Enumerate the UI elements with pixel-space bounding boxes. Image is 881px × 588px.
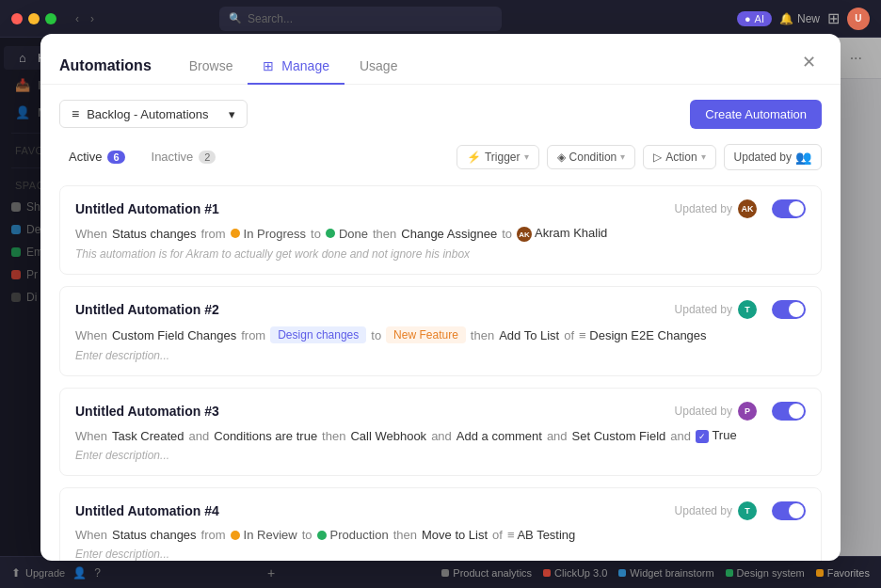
updated-by-icon: 👥 <box>795 150 811 165</box>
to-status-1: Done <box>326 227 368 241</box>
favorites-tag[interactable]: Favorites <box>816 567 870 579</box>
condition-chevron: ▾ <box>620 151 625 162</box>
action2-3: Add a comment <box>457 429 542 443</box>
action-icon: ▷ <box>653 151 662 164</box>
inactive-tab[interactable]: Inactive 2 <box>142 146 226 167</box>
automations-modal: Automations Browse ⊞ Manage Usage ✕ ≡ <box>40 34 841 561</box>
automation-row-1: Untitled Automation #1 Updated by AK Whe… <box>59 185 822 276</box>
upgrade-button[interactable]: ⬆ Upgrade <box>11 566 65 580</box>
list-icon-2: ≡ <box>579 328 589 342</box>
modal-tabs: Browse ⊞ Manage Usage <box>174 49 413 84</box>
automation-1-toggle[interactable] <box>772 199 806 218</box>
active-tab[interactable]: Active 6 <box>59 146 135 167</box>
automation-1-title[interactable]: Untitled Automation #1 <box>75 201 219 216</box>
updated-by-label-3: Updated by <box>675 405 732 418</box>
automation-2-title[interactable]: Untitled Automation #2 <box>75 302 219 317</box>
bottom-left: ⬆ Upgrade 👤 ? <box>11 566 101 580</box>
modal-title: Automations <box>59 57 152 74</box>
modal-overlay: Automations Browse ⊞ Manage Usage ✕ ≡ <box>0 38 881 556</box>
clickup-tag[interactable]: ClickUp 3.0 <box>543 567 607 579</box>
automation-2-desc: Enter description... <box>75 349 806 362</box>
widget-brainstorm-tag[interactable]: Widget brainstorm <box>618 567 713 579</box>
then-3: then <box>322 429 345 443</box>
orange-dot-1 <box>231 229 240 238</box>
checkbox-icon-3: ✓ <box>696 430 709 443</box>
automation-4-desc: Enter description... <box>75 548 806 561</box>
assignee-avatar-1: AK <box>517 227 532 242</box>
updated-by-filter[interactable]: Updated by 👥 <box>724 144 822 170</box>
to-4: to <box>302 528 312 542</box>
grid-icon[interactable]: ⊞ <box>827 9 840 27</box>
automation-2-toggle[interactable] <box>772 300 806 319</box>
of-2: of <box>564 328 574 342</box>
tab-browse[interactable]: Browse <box>174 49 248 85</box>
clickup-label: ClickUp 3.0 <box>554 567 607 579</box>
ai-badge[interactable]: ● AI <box>737 11 772 26</box>
trigger-2: Custom Field Changes <box>112 328 236 342</box>
automation-row-3: Untitled Automation #3 Updated by P When… <box>59 388 822 476</box>
product-analytics-tag[interactable]: Product analytics <box>441 567 532 579</box>
tab-usage[interactable]: Usage <box>344 49 412 85</box>
action-filter[interactable]: ▷ Action ▾ <box>643 145 715 169</box>
automation-4-toggle[interactable] <box>772 501 806 520</box>
from-tag-2: Design changes <box>270 326 366 343</box>
action-value-1: AK Akram Khalid <box>517 226 607 243</box>
automation-row-2: Untitled Automation #2 Updated by T When… <box>59 286 822 376</box>
automation-3-desc: Enter description... <box>75 449 806 462</box>
backlog-select[interactable]: ≡ Backlog - Automations ▾ <box>59 100 248 128</box>
green-dot-4 <box>317 531 327 540</box>
nav-back[interactable]: ‹ <box>72 10 83 27</box>
backlog-select-label: Backlog - Automations <box>87 107 208 121</box>
manage-icon: ⊞ <box>263 58 274 73</box>
new-button[interactable]: 🔔 New <box>779 12 820 25</box>
automation-4-updated-by: Updated by T <box>675 501 757 520</box>
nav-arrows: ‹ › <box>72 10 98 27</box>
user-avatar[interactable]: U <box>847 8 870 30</box>
favorites-label: Favorites <box>827 567 870 579</box>
when-3: When <box>75 429 107 443</box>
and3-3: and <box>547 429 568 443</box>
search-bar[interactable]: 🔍 Search... <box>219 7 502 31</box>
updated-by-label-1: Updated by <box>675 202 732 215</box>
user-settings-button[interactable]: 👤 <box>72 566 87 580</box>
modal-close-button[interactable]: ✕ <box>795 49 822 75</box>
then-4: then <box>393 528 417 542</box>
automation-3-title[interactable]: Untitled Automation #3 <box>75 404 219 419</box>
clickup-dot <box>543 569 551 577</box>
action-4: Move to List <box>422 528 488 542</box>
condition-icon: ◈ <box>557 151 566 164</box>
tab-manage[interactable]: ⊞ Manage <box>248 49 344 85</box>
help-button[interactable]: ? <box>94 566 101 580</box>
chevron-down-icon: ▾ <box>229 107 235 121</box>
list-icon-4: ≡ <box>507 528 517 542</box>
minimize-window-btn[interactable] <box>28 13 40 24</box>
ai-label: AI <box>755 13 764 24</box>
create-automation-button[interactable]: Create Automation <box>690 100 822 129</box>
to-status-label-1: Done <box>339 227 368 241</box>
add-button[interactable]: + <box>267 565 275 580</box>
trigger-icon: ⚡ <box>467 151 481 164</box>
condition-3: Conditions are true <box>214 429 317 443</box>
user-icon: 👤 <box>72 566 87 580</box>
widget-brainstorm-dot <box>618 569 626 577</box>
automation-1-desc: This automation is for Akram to actually… <box>75 247 806 261</box>
avatar-3: P <box>738 402 757 421</box>
automation-4-title[interactable]: Untitled Automation #4 <box>75 503 219 518</box>
product-analytics-dot <box>441 569 449 577</box>
design-system-tag[interactable]: Design system <box>726 567 805 579</box>
search-placeholder: Search... <box>248 12 293 25</box>
maximize-window-btn[interactable] <box>45 13 56 24</box>
from-status-label-4: In Review <box>244 528 297 542</box>
from-4: from <box>201 528 226 542</box>
plus-icon: + <box>267 565 275 580</box>
close-window-btn[interactable] <box>11 13 23 24</box>
condition-filter[interactable]: ◈ Condition ▾ <box>547 145 636 169</box>
trigger-filter[interactable]: ⚡ Trigger ▾ <box>457 145 539 169</box>
ai-icon: ● <box>745 13 751 24</box>
automation-3-toggle[interactable] <box>772 402 806 421</box>
toggle-3-knob <box>789 404 804 419</box>
filter-row: Active 6 Inactive 2 ⚡ Trigger ▾ <box>59 144 822 170</box>
automation-3-updated-by: Updated by P <box>675 402 757 421</box>
nav-forward[interactable]: › <box>87 10 98 27</box>
to-status-label-4: Production <box>330 528 389 542</box>
